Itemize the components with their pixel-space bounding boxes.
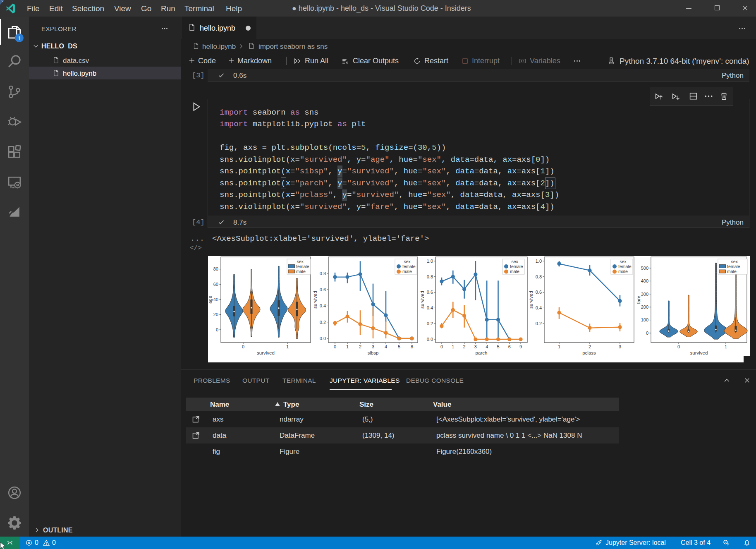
svg-text:female: female: [296, 264, 309, 269]
svg-text:3: 3: [474, 344, 477, 349]
svg-text:survived: survived: [257, 350, 275, 355]
svg-text:sex: sex: [620, 259, 627, 264]
svg-text:survived: survived: [313, 291, 318, 309]
svg-text:0.4: 0.4: [320, 303, 326, 308]
svg-text:6: 6: [508, 344, 511, 349]
svg-text:0: 0: [334, 344, 336, 349]
svg-text:1: 1: [346, 344, 349, 349]
svg-text:age: age: [208, 296, 213, 304]
svg-text:female: female: [510, 264, 523, 269]
svg-text:400: 400: [641, 278, 648, 283]
svg-text:female: female: [402, 264, 416, 269]
svg-text:4: 4: [486, 344, 488, 349]
svg-text:0.0: 0.0: [427, 337, 433, 342]
svg-text:40: 40: [213, 297, 218, 302]
svg-text:0.8: 0.8: [536, 274, 542, 279]
svg-text:male: male: [510, 269, 519, 274]
svg-text:male: male: [402, 269, 412, 274]
svg-text:2: 2: [463, 344, 466, 349]
svg-text:0.8: 0.8: [320, 271, 326, 276]
svg-text:0: 0: [440, 344, 443, 349]
svg-text:3: 3: [619, 344, 621, 349]
svg-text:sibsp: sibsp: [368, 350, 379, 355]
svg-text:fare: fare: [636, 296, 641, 304]
svg-text:female: female: [727, 264, 740, 269]
svg-text:200: 200: [641, 304, 648, 309]
svg-text:0.8: 0.8: [427, 274, 433, 279]
svg-text:0.4: 0.4: [536, 305, 542, 310]
svg-text:survived: survived: [420, 291, 425, 309]
svg-text:survived: survived: [690, 350, 708, 355]
svg-text:0.6: 0.6: [320, 287, 326, 292]
svg-text:parch: parch: [476, 350, 488, 355]
svg-text:9: 9: [519, 344, 522, 349]
svg-text:male: male: [618, 269, 628, 274]
svg-text:male: male: [296, 269, 306, 274]
svg-text:pclass: pclass: [582, 350, 596, 355]
svg-text:8: 8: [411, 344, 413, 349]
svg-text:sex: sex: [297, 259, 304, 264]
svg-text:100: 100: [641, 317, 648, 322]
svg-text:1: 1: [452, 344, 454, 349]
svg-text:survived: survived: [529, 291, 534, 309]
svg-text:2: 2: [359, 344, 361, 349]
svg-text:0.6: 0.6: [427, 290, 433, 295]
svg-text:20: 20: [213, 312, 218, 317]
svg-text:1.0: 1.0: [427, 259, 433, 264]
svg-text:5: 5: [497, 344, 499, 349]
svg-text:sex: sex: [512, 259, 519, 264]
svg-text:4: 4: [385, 344, 387, 349]
svg-text:male: male: [727, 269, 737, 274]
svg-text:female: female: [618, 264, 632, 269]
svg-text:2: 2: [589, 344, 591, 349]
svg-text:1.0: 1.0: [536, 259, 542, 264]
svg-text:1: 1: [558, 344, 560, 349]
svg-text:0.2: 0.2: [536, 321, 542, 326]
svg-text:500: 500: [641, 266, 648, 271]
svg-text:0.0: 0.0: [320, 336, 326, 341]
svg-text:sex: sex: [404, 259, 411, 264]
svg-text:1: 1: [725, 344, 727, 349]
svg-text:3: 3: [372, 344, 374, 349]
svg-text:60: 60: [213, 282, 218, 287]
svg-text:0.2: 0.2: [427, 321, 433, 326]
svg-text:300: 300: [641, 292, 648, 297]
svg-text:0.4: 0.4: [427, 305, 433, 310]
svg-text:0.2: 0.2: [320, 320, 326, 325]
svg-text:5: 5: [398, 344, 400, 349]
svg-text:1: 1: [286, 344, 289, 349]
svg-text:80: 80: [213, 266, 218, 271]
svg-text:0: 0: [216, 327, 218, 332]
svg-text:0: 0: [646, 331, 648, 336]
svg-text:0: 0: [677, 344, 680, 349]
svg-text:sex: sex: [731, 259, 738, 264]
svg-text:0: 0: [242, 344, 244, 349]
svg-text:0.6: 0.6: [536, 290, 542, 295]
